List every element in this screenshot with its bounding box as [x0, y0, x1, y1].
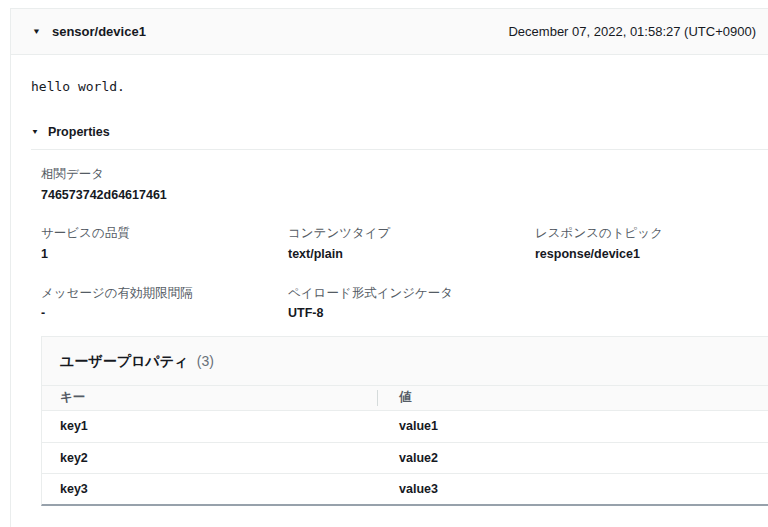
field-label: ペイロード形式インジケータ [288, 286, 535, 302]
table-row: key3 value3 [42, 473, 768, 504]
cell-key: key1 [42, 419, 378, 433]
cell-key: key2 [42, 451, 378, 465]
message-payload: hello world. [31, 79, 768, 94]
table-header-row: キー 値 [42, 385, 768, 411]
caret-down-icon: ▼ [31, 128, 39, 135]
field-value: UTF-8 [288, 306, 535, 322]
field-value: text/plain [288, 247, 535, 263]
message-header-toggle[interactable]: ▼ sensor/device1 December 07, 2022, 01:5… [11, 9, 768, 55]
field-label: 相関データ [41, 167, 768, 183]
message-timestamp: December 07, 2022, 01:58:27 (UTC+0900) [508, 24, 756, 39]
user-properties-card: ユーザープロパティ (3) キー 値 key1 value1 key2 valu… [41, 336, 768, 506]
cell-value: value1 [378, 419, 438, 433]
field-value: 746573742d64617461 [41, 188, 768, 204]
properties-section-toggle[interactable]: ▼ Properties [31, 125, 768, 150]
field-label: サービスの品質 [41, 226, 288, 242]
column-header-value: 値 [378, 389, 412, 406]
user-properties-title: ユーザープロパティ [60, 353, 188, 369]
message-topic: sensor/device1 [52, 24, 146, 39]
cell-value: value2 [378, 451, 438, 465]
user-properties-header: ユーザープロパティ (3) [42, 337, 768, 385]
mqtt-message-panel: ▼ sensor/device1 December 07, 2022, 01:5… [10, 8, 768, 527]
field-label: コンテンツタイプ [288, 226, 535, 242]
field-message-expiry: メッセージの有効期限間隔 - [41, 286, 288, 322]
message-body: hello world. ▼ Properties 相関データ 74657374… [11, 79, 768, 506]
properties-section-title: Properties [48, 125, 110, 139]
field-value: 1 [41, 247, 288, 263]
field-label: メッセージの有効期限間隔 [41, 286, 288, 302]
table-row: key1 value1 [42, 411, 768, 442]
cell-value: value3 [378, 482, 438, 496]
field-value: response/device1 [535, 247, 768, 263]
message-header-left: ▼ sensor/device1 [32, 24, 146, 39]
field-response-topic: レスポンスのトピック response/device1 [535, 226, 768, 262]
column-header-key: キー [42, 389, 377, 406]
cell-key: key3 [42, 482, 378, 496]
properties-fields-grid: 相関データ 746573742d64617461 サービスの品質 1 コンテンツ… [41, 167, 768, 322]
table-row: key2 value2 [42, 442, 768, 473]
field-correlation-data: 相関データ 746573742d64617461 [41, 167, 768, 203]
field-quality-of-service: サービスの品質 1 [41, 226, 288, 262]
field-content-type: コンテンツタイプ text/plain [288, 226, 535, 262]
field-label: レスポンスのトピック [535, 226, 768, 242]
field-payload-format-indicator: ペイロード形式インジケータ UTF-8 [288, 286, 535, 322]
field-value: - [41, 306, 288, 322]
user-properties-count: (3) [197, 353, 214, 369]
caret-down-icon: ▼ [32, 27, 41, 35]
